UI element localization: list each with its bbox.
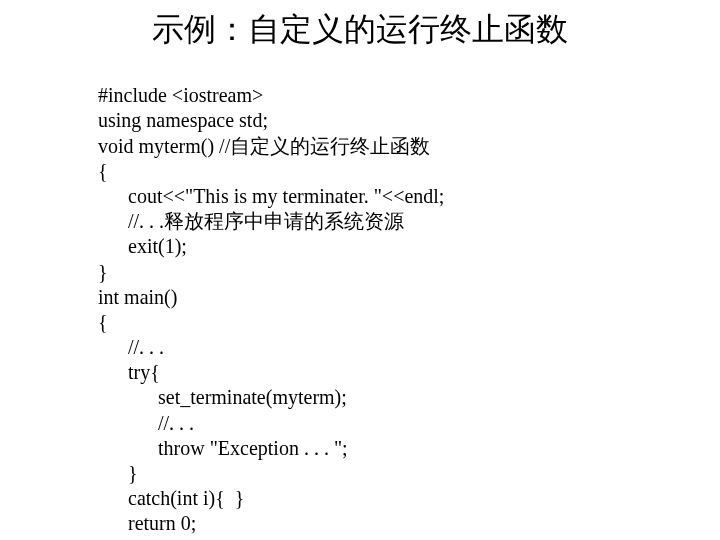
code-line: { — [98, 160, 108, 182]
code-line: } — [98, 261, 108, 283]
code-line: //. . .释放程序中申请的系统资源 — [98, 210, 404, 232]
code-line: return 0; — [98, 512, 196, 534]
slide-title: 示例：自定义的运行终止函数 — [0, 8, 720, 52]
code-line: throw "Exception . . . "; — [98, 437, 348, 459]
code-line: void myterm() //自定义的运行终止函数 — [98, 135, 430, 157]
code-block: #include <iostream> using namespace std;… — [0, 58, 720, 540]
code-line: exit(1); — [98, 235, 187, 257]
code-line: { — [98, 311, 108, 333]
code-line: catch(int i){ } — [98, 487, 244, 509]
code-line: //. . . — [98, 336, 164, 358]
code-line: #include <iostream> — [98, 84, 263, 106]
code-line: set_terminate(myterm); — [98, 386, 347, 408]
code-line: //. . . — [98, 412, 194, 434]
code-line: using namespace std; — [98, 109, 268, 131]
slide: 示例：自定义的运行终止函数 #include <iostream> using … — [0, 0, 720, 540]
code-line: } — [98, 462, 138, 484]
code-line: int main() — [98, 286, 177, 308]
code-line: try{ — [98, 361, 160, 383]
code-line: cout<<"This is my terminater. "<<endl; — [98, 185, 444, 207]
